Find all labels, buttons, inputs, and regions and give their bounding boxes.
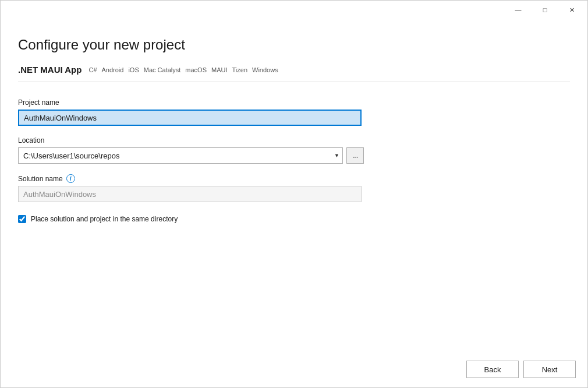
tag-android: Android	[102, 66, 124, 73]
location-label: Location	[18, 136, 570, 144]
browse-button[interactable]: ...	[346, 147, 364, 164]
tag-csharp: C#	[88, 66, 97, 73]
same-directory-checkbox[interactable]	[18, 215, 26, 223]
tag-ios: iOS	[128, 66, 139, 73]
minimize-icon: —	[515, 6, 522, 13]
tags-row: C# Android iOS Mac Catalyst macOS MAUI T…	[88, 66, 278, 73]
same-directory-label[interactable]: Place solution and project in the same d…	[31, 215, 178, 223]
close-button[interactable]: ✕	[558, 1, 585, 19]
title-bar-controls: — □ ✕	[505, 1, 585, 19]
browse-icon: ...	[352, 151, 358, 160]
content-area: Configure your new project .NET MAUI App…	[1, 19, 587, 354]
solution-name-input[interactable]	[18, 186, 362, 202]
page-title: Configure your new project	[18, 37, 570, 53]
footer: Back Next	[1, 354, 587, 387]
checkbox-row: Place solution and project in the same d…	[18, 215, 570, 223]
tag-mac-catalyst: Mac Catalyst	[144, 66, 181, 73]
title-bar: — □ ✕	[1, 1, 587, 19]
tag-tizen: Tizen	[232, 66, 248, 73]
location-select-wrapper: C:\Users\user1\source\repos ▼	[18, 147, 343, 164]
minimize-button[interactable]: —	[505, 1, 532, 19]
project-name-input[interactable]	[18, 110, 362, 126]
close-icon: ✕	[569, 6, 575, 14]
location-select[interactable]: C:\Users\user1\source\repos	[18, 147, 343, 164]
location-group: Location C:\Users\user1\source\repos ▼ .…	[18, 136, 570, 164]
tag-maui: MAUI	[211, 66, 228, 73]
project-type-name: .NET MAUI App	[18, 65, 82, 75]
project-type-header: .NET MAUI App C# Android iOS Mac Catalys…	[18, 65, 570, 82]
back-button[interactable]: Back	[466, 361, 519, 378]
tag-macos: macOS	[185, 66, 207, 73]
restore-icon: □	[543, 6, 547, 13]
solution-name-label: Solution name i	[18, 174, 570, 183]
tag-windows: Windows	[252, 66, 278, 73]
form-section: Project name Location C:\Users\user1\sou…	[18, 98, 570, 342]
restore-button[interactable]: □	[532, 1, 558, 19]
solution-name-info-icon: i	[66, 174, 75, 183]
solution-name-group: Solution name i	[18, 174, 570, 202]
main-window: — □ ✕ Configure your new project .NET MA…	[0, 0, 588, 388]
next-button[interactable]: Next	[523, 361, 576, 378]
location-row: C:\Users\user1\source\repos ▼ ...	[18, 147, 570, 164]
project-name-label: Project name	[18, 98, 570, 107]
project-name-group: Project name	[18, 98, 570, 126]
